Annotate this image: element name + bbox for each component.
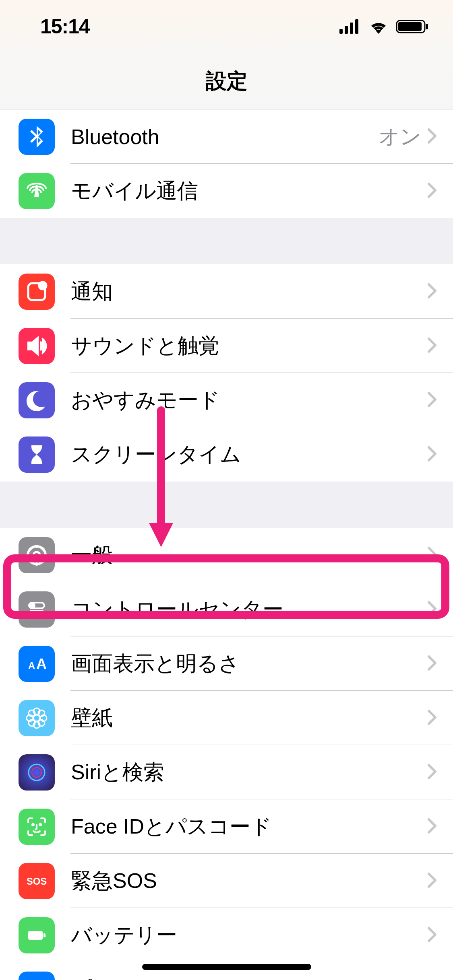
- chevron-right-icon: [427, 601, 437, 618]
- row-screen-time[interactable]: スクリーンタイム: [0, 427, 453, 482]
- chevron-right-icon: [427, 182, 437, 200]
- row-value: オン: [379, 123, 421, 151]
- chevron-right-icon: [427, 872, 437, 890]
- svg-point-29: [39, 824, 41, 826]
- svg-point-26: [29, 764, 45, 780]
- row-label: モバイル通信: [71, 177, 427, 205]
- cellular-data-icon: [19, 173, 55, 209]
- row-wallpaper[interactable]: 壁紙: [0, 691, 453, 745]
- row-cellular[interactable]: モバイル通信: [0, 164, 453, 218]
- wifi-icon: [368, 19, 389, 34]
- chevron-right-icon: [427, 391, 437, 409]
- moon-icon: [19, 382, 55, 418]
- svg-point-27: [32, 768, 41, 777]
- svg-point-12: [31, 603, 35, 607]
- row-label: 壁紙: [71, 704, 427, 732]
- svg-point-8: [39, 282, 46, 289]
- status-icons: [339, 19, 429, 34]
- row-sounds[interactable]: サウンドと触覚: [0, 319, 453, 373]
- svg-rect-6: [426, 24, 428, 29]
- faceid-icon: [19, 809, 55, 845]
- svg-rect-1: [345, 26, 348, 34]
- cellular-signal-icon: [339, 19, 361, 34]
- row-sos[interactable]: SOS 緊急SOS: [0, 854, 453, 908]
- svg-rect-31: [28, 931, 43, 940]
- chevron-right-icon: [427, 337, 437, 355]
- row-battery[interactable]: バッテリー: [0, 908, 453, 962]
- home-indicator[interactable]: [142, 964, 311, 970]
- bluetooth-icon: [19, 119, 55, 155]
- header: 設定: [0, 53, 453, 109]
- row-label: おやすみモード: [71, 386, 427, 414]
- siri-icon: [19, 754, 55, 791]
- battery-row-icon: [19, 917, 55, 953]
- chevron-right-icon: [427, 764, 437, 781]
- row-label: Bluetooth: [71, 125, 379, 149]
- row-control-center[interactable]: コントロールセンター: [0, 582, 453, 636]
- row-label: サウンドと触覚: [71, 332, 427, 360]
- row-general[interactable]: 一般: [0, 528, 453, 582]
- row-label: コントロールセンター: [71, 595, 427, 624]
- svg-rect-32: [43, 933, 46, 937]
- chevron-right-icon: [427, 926, 437, 944]
- row-label: バッテリー: [71, 921, 427, 949]
- row-label: 一般: [71, 541, 427, 569]
- battery-icon: [396, 19, 429, 34]
- row-faceid[interactable]: Face IDとパスコード: [0, 799, 453, 854]
- notifications-icon: [19, 274, 55, 310]
- row-siri[interactable]: Siriと検索: [0, 745, 453, 799]
- svg-rect-2: [350, 23, 353, 34]
- svg-point-14: [39, 611, 43, 616]
- svg-rect-5: [398, 22, 422, 31]
- row-bluetooth[interactable]: Bluetooth オン: [0, 109, 453, 164]
- row-label: 緊急SOS: [71, 867, 427, 895]
- chevron-right-icon: [427, 283, 437, 301]
- chevron-right-icon: [427, 709, 437, 727]
- row-display[interactable]: AA 画面表示と明るさ: [0, 636, 453, 691]
- status-time: 15:14: [40, 15, 90, 38]
- row-label: 通知: [71, 278, 427, 306]
- row-label: Face IDとパスコード: [71, 813, 427, 841]
- status-bar: 15:14: [0, 0, 453, 53]
- chevron-right-icon: [427, 128, 437, 146]
- row-label: プライバシー: [71, 976, 427, 980]
- page-title: 設定: [206, 67, 248, 95]
- gear-icon: [19, 537, 55, 573]
- text-size-icon: AA: [19, 646, 55, 682]
- svg-rect-3: [355, 19, 358, 34]
- section-general: 一般 コントロールセンター AA 画面表示と明るさ 壁紙: [0, 528, 453, 980]
- svg-rect-0: [339, 29, 343, 34]
- section-gap: [0, 482, 453, 528]
- svg-point-28: [32, 824, 34, 826]
- svg-text:A: A: [28, 660, 35, 671]
- svg-point-10: [33, 552, 40, 558]
- chevron-right-icon: [427, 655, 437, 673]
- sos-icon: SOS: [19, 863, 55, 899]
- svg-text:SOS: SOS: [27, 876, 47, 887]
- section-connectivity: Bluetooth オン モバイル通信: [0, 109, 453, 218]
- chevron-right-icon: [427, 446, 437, 463]
- section-gap: [0, 218, 453, 264]
- svg-text:A: A: [36, 656, 47, 672]
- row-notifications[interactable]: 通知: [0, 264, 453, 319]
- row-label: Siriと検索: [71, 758, 427, 786]
- sound-icon: [19, 328, 55, 364]
- chevron-right-icon: [427, 818, 437, 836]
- row-do-not-disturb[interactable]: おやすみモード: [0, 373, 453, 427]
- flower-icon: [19, 700, 55, 736]
- chevron-right-icon: [427, 546, 437, 564]
- hand-icon: [19, 972, 55, 980]
- hourglass-icon: [19, 436, 55, 473]
- row-label: 画面表示と明るさ: [71, 650, 427, 678]
- section-notifications: 通知 サウンドと触覚 おやすみモード スクリーンタイム: [0, 264, 453, 482]
- row-label: スクリーンタイム: [71, 441, 427, 469]
- toggles-icon: [19, 591, 55, 628]
